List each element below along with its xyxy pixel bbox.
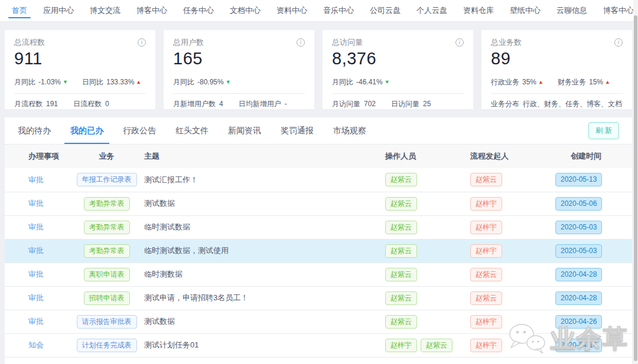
nav-item-personal-cloud[interactable]: 个人云盘 xyxy=(416,0,447,21)
business-tag: 考勤异常表 xyxy=(84,221,130,234)
nav-item-app-center[interactable]: 应用中心 xyxy=(43,0,74,21)
nav-item-cloud-chat[interactable]: 云聊信息 xyxy=(556,0,587,21)
stat-title: 总流程数 xyxy=(14,37,45,48)
tab-reward-report[interactable]: 奖罚通报 xyxy=(281,117,314,144)
operator-tag: 赵紫云 xyxy=(385,291,417,305)
business-tag: 考勤异常表 xyxy=(84,197,130,211)
footer-stat: 日访问量25 xyxy=(391,99,431,109)
subject-text: 临时测数据 xyxy=(141,263,372,286)
operator-tag: 赵梓宇 xyxy=(385,339,417,352)
subject-text: 测试申请，申请招聘3名员工！ xyxy=(141,286,372,310)
stat-card-total-users: 总用户数 i 165 月同比-80.95%▼ 月新增用户数4 日均新增用户- xyxy=(164,30,314,109)
date-badge: 2020-05-13 xyxy=(555,173,602,186)
tab-admin-notice[interactable]: 行政公告 xyxy=(123,117,156,144)
scrollbar-thumb[interactable] xyxy=(634,15,637,361)
metric-day-yoy: 日同比133.33%▲ xyxy=(82,77,141,87)
operator-tag: 赵紫云 xyxy=(385,221,417,234)
action-link[interactable]: 审批 xyxy=(28,317,44,326)
stat-value: 911 xyxy=(14,49,146,68)
table-row[interactable]: 审批 考勤异常表 临时测试数据 赵紫云 赵梓宇 2020-05-03 xyxy=(5,215,632,239)
nav-item-task-center[interactable]: 任务中心 xyxy=(183,0,214,21)
trend-down-icon: ▼ xyxy=(63,79,68,85)
date-badge: 2020-04-26 xyxy=(555,315,602,329)
action-link[interactable]: 审批 xyxy=(28,222,44,231)
metric-finance-business: 财务业务15%▲ xyxy=(558,77,610,87)
initiator-tag: 赵紫云 xyxy=(470,268,502,281)
tab-news[interactable]: 新闻资讯 xyxy=(228,117,261,144)
top-navigation-bar: 首页 应用中心 博文交流 博客中心 任务中心 文档中心 资料中心 音乐中心 公司… xyxy=(0,0,638,22)
table-row[interactable]: 知会 计划任务完成表 测试计划任务01 赵梓宇赵紫云 赵梓宇 2020-04-1… xyxy=(5,333,632,357)
stat-value: 89 xyxy=(491,49,623,68)
table-row[interactable]: 审批 考勤异常表 测试数据 赵紫云 赵梓宇 2020-05-06 xyxy=(5,192,632,215)
tab-market-watch[interactable]: 市场观察 xyxy=(333,117,366,144)
date-badge: 2020-05-03 xyxy=(555,221,602,234)
stat-card-total-visits: 总访问量 i 8,376 月同比-46.41%▼ 月访问量702 日访问量25 xyxy=(323,30,473,109)
action-link[interactable]: 知会 xyxy=(28,340,44,349)
date-badge: 2020-04-28 xyxy=(555,268,602,281)
stat-card-total-business: 总业务数 i 89 行政业务35%▲ 财务业务15%▲ 业务分布行政、财务、任务… xyxy=(481,30,632,109)
nav-item-home[interactable]: 首页 xyxy=(12,0,27,21)
info-icon[interactable]: i xyxy=(297,38,305,47)
stat-cards-row: 总流程数 i 911 月同比-1.03%▼ 日同比133.33%▲ 月流程数19… xyxy=(0,22,638,109)
nav-item-blog-center-2[interactable]: 博客中心 xyxy=(603,0,634,21)
col-header-initiator: 流程发起人 xyxy=(455,145,555,168)
nav-item-material-center[interactable]: 资料中心 xyxy=(276,0,307,21)
action-link[interactable]: 审批 xyxy=(28,293,44,302)
trend-up-icon: ▲ xyxy=(538,79,543,85)
footer-stat: 月流程数191 xyxy=(14,99,58,109)
footer-stat: 月访问量702 xyxy=(332,99,376,109)
action-link[interactable]: 审批 xyxy=(28,270,44,278)
initiator-tag: 赵梓宇 xyxy=(470,197,502,211)
date-badge: 2020-05-06 xyxy=(555,197,602,211)
tab-my-todo[interactable]: 我的待办 xyxy=(18,117,51,144)
initiator-tag: 赵梓宇 xyxy=(470,339,502,352)
col-header-business: 业务 xyxy=(73,145,141,168)
info-icon[interactable]: i xyxy=(138,38,146,47)
nav-item-blog-exchange[interactable]: 博文交流 xyxy=(90,0,121,21)
info-icon[interactable]: i xyxy=(455,38,464,47)
operator-tag: 赵紫云 xyxy=(385,173,417,186)
initiator-tag: 赵紫云 xyxy=(470,291,502,305)
nav-item-blog-center[interactable]: 博客中心 xyxy=(136,0,167,21)
trend-down-icon: ▼ xyxy=(226,79,231,85)
nav-item-doc-center[interactable]: 文档中心 xyxy=(230,0,261,21)
operator-tag: 赵紫云 xyxy=(385,315,417,329)
nav-item-company-cloud[interactable]: 公司云盘 xyxy=(370,0,401,21)
subject-text: 测试数据 xyxy=(141,310,372,333)
business-tag: 年报工作记录表 xyxy=(77,173,137,186)
action-link[interactable]: 审批 xyxy=(28,199,44,208)
nav-menu: 首页 应用中心 博文交流 博客中心 任务中心 文档中心 资料中心 音乐中心 公司… xyxy=(12,0,638,21)
table-row[interactable]: 审批 请示报告审批表 测试数据 赵紫云 赵梓宇 2020-04-26 xyxy=(5,310,632,333)
col-header-action: 办理事项 xyxy=(5,145,73,168)
table-row[interactable]: 审批 离职申请表 临时测数据 赵紫云 赵紫云 2020-04-28 xyxy=(5,263,632,286)
footer-stat: 日均新增用户- xyxy=(239,99,287,109)
nav-item-wallpaper-center[interactable]: 壁纸中心 xyxy=(510,0,541,21)
info-icon[interactable]: i xyxy=(614,38,623,47)
business-tag: 请示报告审批表 xyxy=(77,315,137,329)
business-tag: 考勤异常表 xyxy=(84,244,130,258)
scrollbar[interactable] xyxy=(633,0,638,364)
refresh-button[interactable]: 刷新 xyxy=(588,122,619,139)
initiator-tag: 赵梓宇 xyxy=(470,315,502,329)
content-panel: 我的待办 我的已办 行政公告 红头文件 新闻资讯 奖罚通报 市场观察 刷新 办理… xyxy=(5,117,632,364)
business-tag: 招聘申请表 xyxy=(84,291,130,305)
date-badge: 2020-04-28 xyxy=(555,291,602,305)
col-header-operator: 操作人员 xyxy=(372,145,455,168)
nav-item-music-center[interactable]: 音乐中心 xyxy=(323,0,354,21)
table-row[interactable]: 审批 年报工作记录表 测试汇报工作！ 赵紫云 赵紫云 2020-05-13 xyxy=(5,168,632,192)
tab-red-header-doc[interactable]: 红头文件 xyxy=(175,117,209,144)
operator-tag: 赵紫云 xyxy=(421,339,453,352)
operator-tag: 赵紫云 xyxy=(385,244,417,258)
work-items-table: 办理事项 业务 主题 操作人员 流程发起人 创建时间 审批 年报工作记录表 测试… xyxy=(5,145,632,358)
tab-my-done[interactable]: 我的已办 xyxy=(70,117,103,144)
action-link[interactable]: 审批 xyxy=(28,175,44,184)
subject-text: 临时测试数据，测试使用 xyxy=(141,239,372,263)
action-link[interactable]: 审批 xyxy=(28,246,44,255)
table-row-highlighted[interactable]: 审批 考勤异常表 临时测试数据，测试使用 赵紫云 赵梓宇 2020-05-03 xyxy=(5,239,632,263)
table-row[interactable]: 审批 招聘申请表 测试申请，申请招聘3名员工！ 赵紫云 赵紫云 2020-04-… xyxy=(5,286,632,310)
metric-month-yoy: 月同比-46.41%▼ xyxy=(332,77,390,87)
col-header-created: 创建时间 xyxy=(555,145,632,168)
stat-card-total-flows: 总流程数 i 911 月同比-1.03%▼ 日同比133.33%▲ 月流程数19… xyxy=(5,30,155,109)
nav-item-material-warehouse[interactable]: 资料仓库 xyxy=(463,0,494,21)
date-badge: 2020-04-14 xyxy=(555,339,602,352)
